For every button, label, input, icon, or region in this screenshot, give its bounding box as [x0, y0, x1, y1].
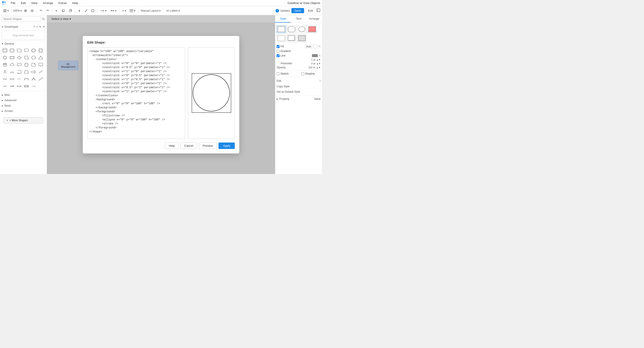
- delete-btn[interactable]: [54, 7, 59, 14]
- line-edit-icon[interactable]: ✎: [319, 54, 321, 57]
- sketch-checkbox[interactable]: [276, 72, 280, 75]
- shape-rounded-square[interactable]: [23, 62, 30, 68]
- line-checkbox[interactable]: [276, 54, 280, 57]
- shape-conn2[interactable]: [16, 76, 22, 82]
- help-btn[interactable]: Help: [165, 143, 179, 149]
- line-color-swatch[interactable]: [312, 54, 318, 57]
- scratchpad-help-icon[interactable]: ?: [33, 25, 35, 28]
- shape-arrow-right[interactable]: [30, 69, 37, 75]
- shape-conn1[interactable]: [9, 76, 15, 82]
- arrows-section[interactable]: Arrows: [0, 108, 47, 114]
- shape-conn5[interactable]: [38, 76, 44, 82]
- advanced-section[interactable]: Advanced: [0, 98, 47, 103]
- style-preset-filled-rect[interactable]: [308, 25, 317, 33]
- tab-text[interactable]: Text: [291, 15, 306, 22]
- shape-callout[interactable]: [23, 47, 30, 54]
- shape-cylinder[interactable]: [2, 62, 8, 68]
- save-btn[interactable]: Save: [291, 8, 304, 13]
- shape-divider[interactable]: [23, 83, 30, 89]
- style-preset-dashed[interactable]: [276, 34, 286, 42]
- shape-rect2[interactable]: [9, 54, 15, 61]
- shape-conn4[interactable]: [30, 76, 37, 82]
- shape-doc[interactable]: [30, 62, 37, 68]
- tab-arrange[interactable]: Arrange: [306, 15, 322, 22]
- copy-style-link[interactable]: Copy Style: [276, 84, 321, 89]
- shape-line3[interactable]: [9, 83, 15, 89]
- to-back-btn[interactable]: [67, 7, 74, 14]
- exit-btn[interactable]: Exit: [306, 8, 315, 13]
- updates-btn[interactable]: i Updates: [276, 9, 290, 12]
- scratchpad-header[interactable]: Scratchpad ? + ✎ ✕: [0, 24, 47, 30]
- connection-btn[interactable]: ▾: [98, 7, 108, 14]
- scratchpad-edit-icon[interactable]: ✎: [39, 25, 41, 28]
- shape-arc[interactable]: [9, 69, 15, 75]
- menu-edit[interactable]: Edit: [20, 1, 26, 5]
- general-header[interactable]: General: [0, 41, 47, 46]
- menu-arrange[interactable]: Arrange: [42, 1, 54, 5]
- line-thickness-stepper[interactable]: ▲▼: [316, 58, 321, 61]
- set-default-style-link[interactable]: Set as Default Style: [276, 90, 321, 94]
- shape-hexagon[interactable]: [30, 54, 37, 61]
- zoom-in-btn[interactable]: [22, 7, 28, 14]
- tab-style[interactable]: Style: [275, 15, 291, 22]
- undo-btn[interactable]: [38, 7, 44, 14]
- shape-circle[interactable]: [2, 54, 8, 61]
- insert-btn[interactable]: + ▾: [121, 7, 128, 14]
- fill-checkbox[interactable]: [276, 45, 280, 48]
- fill-edit-icon[interactable]: ✎: [319, 45, 321, 48]
- shape-parallelogram[interactable]: [23, 54, 30, 61]
- apply-btn[interactable]: Apply: [218, 143, 235, 149]
- shape-diamond[interactable]: [16, 54, 22, 61]
- cancel-btn[interactable]: Cancel: [180, 143, 197, 149]
- zoom-control[interactable]: 100% ▾: [13, 9, 22, 12]
- menu-file[interactable]: File: [10, 1, 16, 5]
- shape-speech[interactable]: [16, 62, 22, 68]
- edit-style-dropdown-arrow[interactable]: ▾: [320, 80, 321, 82]
- more-shapes-btn[interactable]: + + More Shapes: [4, 117, 43, 124]
- scratchpad-add-icon[interactable]: +: [36, 25, 38, 28]
- style-preset-shadow[interactable]: [287, 34, 296, 42]
- style-preset-rect[interactable]: [276, 25, 286, 33]
- border-btn[interactable]: [90, 7, 96, 14]
- opacity-stepper[interactable]: ▲▼: [316, 66, 321, 69]
- fill-color-swatch[interactable]: [313, 45, 318, 48]
- shape-steps[interactable]: [30, 83, 37, 89]
- menu-view[interactable]: View: [30, 1, 38, 5]
- to-front-btn[interactable]: [60, 7, 66, 14]
- fullscreen-icon[interactable]: [317, 8, 320, 13]
- fill-value-dropdown[interactable]: Auto: [305, 45, 312, 48]
- basic-section[interactable]: Basic: [0, 103, 47, 108]
- layout-btn[interactable]: Manual Layout ▾: [140, 7, 162, 14]
- gradient-checkbox[interactable]: [276, 50, 280, 53]
- shape-trapezoid[interactable]: [23, 69, 30, 75]
- redo-btn[interactable]: [45, 7, 50, 14]
- shape-wave[interactable]: [2, 76, 8, 82]
- line-color-btn[interactable]: [83, 7, 89, 14]
- preview-btn[interactable]: Preview: [199, 143, 217, 149]
- shape-rounded-rect[interactable]: [9, 47, 15, 54]
- shape-triangle[interactable]: [38, 54, 44, 61]
- table-btn[interactable]: ▾: [128, 7, 137, 14]
- style-preset-filled2[interactable]: [297, 34, 306, 42]
- shape-person[interactable]: [2, 69, 8, 75]
- shape-square[interactable]: [38, 47, 44, 54]
- edit-style-link[interactable]: Edit: [276, 79, 281, 83]
- shape-ellipse[interactable]: [30, 47, 37, 54]
- menu-extras[interactable]: Extras: [58, 1, 68, 5]
- search-input[interactable]: [2, 16, 41, 21]
- shape-line4[interactable]: [16, 83, 22, 89]
- shadow-checkbox[interactable]: [302, 72, 304, 75]
- scratchpad-close-icon[interactable]: ✕: [43, 25, 45, 28]
- style-preset-ellipse[interactable]: [297, 25, 306, 33]
- perimeter-stepper[interactable]: ▲▼: [316, 62, 321, 65]
- labels-btn[interactable]: Labels ▾: [165, 7, 181, 14]
- shape-cloud[interactable]: [9, 62, 15, 68]
- app-logo-icon[interactable]: [2, 1, 6, 5]
- menu-help[interactable]: Help: [71, 1, 79, 5]
- sidebar-toggle-btn[interactable]: ▾: [2, 7, 10, 14]
- shape-conn3[interactable]: [23, 76, 30, 82]
- waypoint-btn[interactable]: ▾: [109, 7, 118, 14]
- zoom-out-btn[interactable]: [29, 7, 35, 14]
- shape-line2[interactable]: [2, 83, 8, 89]
- shape-line[interactable]: [38, 69, 44, 75]
